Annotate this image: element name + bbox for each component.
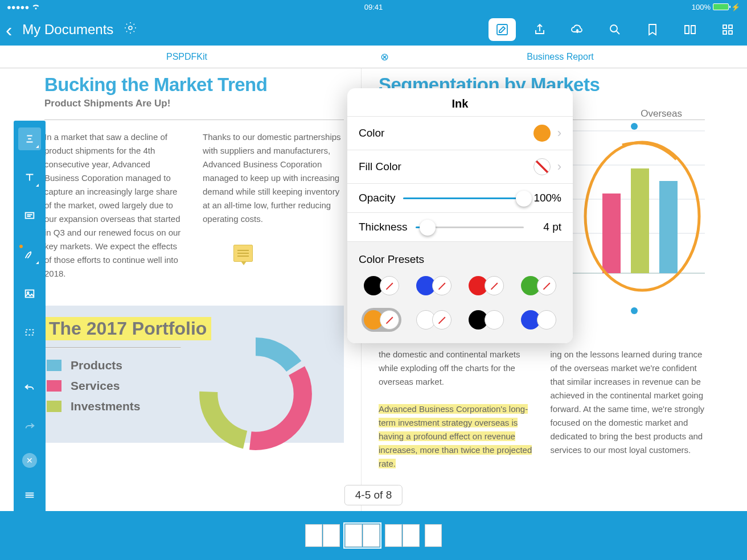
ink-popover-title: Ink (347, 88, 573, 116)
color-preset-6[interactable] (463, 308, 509, 332)
color-preset-7[interactable] (516, 308, 561, 332)
thumb-pair-1[interactable] (303, 522, 342, 549)
opacity-slider[interactable] (403, 197, 524, 199)
document-tabs: PSPDFKit ⊗ Business Report (0, 46, 747, 68)
ink-fill-color-row[interactable]: Fill Color › (347, 150, 573, 183)
sticky-note-annotation[interactable] (233, 245, 253, 262)
page-indicator: 4-5 of 8 (344, 485, 403, 505)
cloud-upload-button[interactable] (564, 18, 591, 41)
toolbar-menu-button[interactable] (18, 484, 41, 507)
color-preset-3[interactable] (516, 274, 561, 298)
color-presets-section: Color Presets (347, 241, 573, 343)
close-toolbar-button[interactable]: ✕ (22, 453, 37, 468)
thumbnail-bar (0, 511, 747, 560)
svg-rect-6 (729, 31, 732, 34)
color-preset-1[interactable] (411, 274, 457, 298)
battery-pct: 100% (692, 3, 711, 11)
portfolio-title: The 2017 Portfolio (44, 317, 211, 340)
overseas-chart-label: Overseas (641, 108, 682, 120)
chevron-right-icon: › (557, 159, 561, 174)
opacity-value: 100% (532, 192, 561, 204)
status-time: 09:41 (364, 3, 383, 11)
svg-point-2 (610, 25, 617, 32)
chevron-right-icon: › (557, 126, 561, 141)
legend-services: Services (71, 379, 120, 393)
free-text-tool[interactable] (18, 166, 41, 189)
grid-button[interactable] (714, 18, 741, 41)
thickness-value: 4 pt (532, 221, 561, 233)
legend-products: Products (71, 359, 122, 372)
back-button[interactable]: ‹ (6, 19, 12, 41)
svg-rect-8 (26, 290, 34, 298)
color-preset-2[interactable] (463, 274, 509, 298)
image-tool[interactable] (18, 282, 41, 305)
tab-business-report[interactable]: ⊗ Business Report (374, 46, 747, 68)
color-preset-0[interactable] (359, 274, 404, 298)
highlighted-text: Advanced Business Corporation's long-ter… (379, 404, 532, 468)
color-preset-5[interactable] (411, 308, 457, 332)
svg-rect-1 (497, 24, 507, 35)
ink-color-swatch (533, 125, 551, 142)
legend-investments: Investments (71, 400, 141, 413)
ink-tool[interactable] (18, 244, 41, 266)
ink-color-row[interactable]: Color › (347, 116, 573, 150)
svg-rect-19 (602, 193, 621, 273)
portfolio-donut-chart (190, 328, 321, 462)
document-content: ✕ Bucking the Market Trend Product Shipm… (0, 68, 747, 511)
right-col1: the domestic and continental markets whi… (379, 348, 533, 471)
note-tool[interactable] (18, 205, 41, 228)
svg-rect-7 (26, 213, 34, 219)
left-col2: Thanks to our domestic partnerships with… (203, 130, 344, 281)
svg-rect-21 (659, 181, 678, 273)
left-heading: Bucking the Market Trend (44, 74, 344, 96)
ink-opacity-row: Opacity 100% (347, 183, 573, 212)
svg-rect-4 (729, 25, 732, 28)
ink-fill-swatch-none (533, 158, 551, 175)
svg-rect-20 (631, 168, 649, 273)
thumb-pair-2[interactable] (343, 522, 381, 549)
search-button[interactable] (601, 18, 629, 41)
signal-dots: ●●●●● (7, 3, 29, 11)
status-bar: ●●●●● 09:41 100% ⚡ (0, 0, 747, 14)
svg-rect-10 (26, 330, 34, 335)
annotate-button[interactable] (489, 18, 516, 41)
thumb-pair-4[interactable] (423, 522, 444, 549)
annotation-toolbar: ✕ (14, 121, 46, 513)
thickness-slider[interactable] (416, 227, 524, 228)
ink-inspector-popover: Ink Color › Fill Color › Opacity 100% Th… (347, 88, 573, 343)
overseas-bar-chart[interactable]: Overseas (557, 108, 716, 319)
thumb-pair-3[interactable] (383, 522, 421, 549)
left-subheading: Product Shipments Are Up! (44, 98, 344, 109)
color-preset-4[interactable] (359, 308, 404, 332)
ink-thickness-row: Thickness 4 pt (347, 212, 573, 241)
redo-button[interactable] (18, 414, 41, 437)
outline-button[interactable] (676, 18, 704, 41)
nav-title[interactable]: My Documents (22, 22, 113, 38)
bookmark-button[interactable] (639, 18, 666, 41)
right-col2: ing on the lessons learned during trance… (551, 348, 705, 471)
battery-icon (713, 3, 729, 10)
settings-button[interactable] (124, 21, 137, 38)
presets-title: Color Presets (359, 253, 561, 266)
wifi-icon (31, 3, 40, 10)
top-nav: ‹ My Documents (0, 14, 747, 46)
text-highlight-tool[interactable] (18, 127, 41, 150)
close-tab-icon[interactable]: ⊗ (380, 51, 389, 63)
share-button[interactable] (526, 18, 553, 41)
tab-pspdfkit[interactable]: PSPDFKit (0, 46, 374, 68)
left-col1: In a market that saw a decline of produc… (44, 130, 186, 281)
svg-rect-3 (723, 25, 727, 28)
select-tool[interactable] (18, 321, 41, 344)
page-left: Bucking the Market Trend Product Shipmen… (0, 68, 361, 511)
portfolio-section: The 2017 Portfolio Products Services Inv… (44, 306, 344, 443)
svg-rect-5 (723, 31, 727, 34)
charging-icon: ⚡ (731, 3, 740, 11)
svg-point-0 (129, 26, 132, 30)
undo-button[interactable] (18, 376, 41, 398)
